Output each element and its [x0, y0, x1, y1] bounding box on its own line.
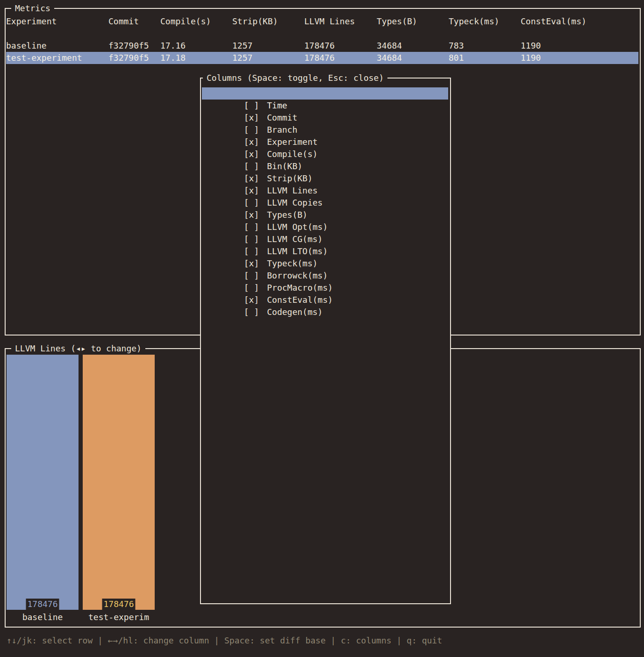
cell-types: 34684 — [377, 52, 449, 64]
chart-panel-title: LLVM Lines (◂▸ to change) — [11, 342, 145, 355]
columns-popup: Columns (Space: toggle, Esc: close) [ ]T… — [200, 78, 451, 604]
checkbox-icon: [x] — [244, 258, 259, 268]
column-header-strip: Strip(KB) — [232, 15, 304, 28]
cell-compile: 17.18 — [160, 52, 232, 64]
status-bar-keybindings: ↑↓/jk: select row | ←→/hl: change column… — [7, 635, 442, 647]
column-header-consteval: ConstEval(ms) — [521, 15, 638, 28]
checkbox-icon: [x] — [244, 137, 259, 147]
checkbox-icon: [ ] — [244, 125, 259, 135]
checkbox-icon: [ ] — [244, 222, 259, 232]
checkbox-icon: [ ] — [244, 161, 259, 171]
cell-consteval: 1190 — [521, 52, 638, 64]
column-header-compile: Compile(s) — [160, 15, 232, 28]
checkbox-icon: [ ] — [244, 271, 259, 280]
checkbox-icon: [x] — [244, 295, 259, 305]
cell-commit: f32790f5 — [108, 40, 160, 52]
cell-experiment: baseline — [6, 40, 108, 52]
columns-popup-title: Columns (Space: toggle, Esc: close) — [203, 71, 387, 85]
cell-types: 34684 — [377, 40, 449, 52]
cell-llvm-lines: 178476 — [304, 52, 377, 64]
checkbox-icon: [x] — [244, 186, 259, 195]
metrics-panel-title: Metrics — [11, 2, 54, 15]
cell-llvm-lines: 178476 — [304, 40, 377, 52]
checkbox-icon: [ ] — [244, 100, 259, 110]
cell-compile: 17.16 — [160, 40, 232, 52]
checkbox-icon: [x] — [244, 173, 259, 183]
bar-category-test-experiment: test-experim — [83, 611, 155, 623]
column-header-commit: Commit — [108, 15, 160, 28]
checkbox-icon: [ ] — [244, 283, 259, 293]
cell-typeck: 783 — [449, 40, 521, 52]
checkbox-icon: [ ] — [244, 198, 259, 207]
checkbox-icon: [x] — [244, 149, 259, 159]
cell-experiment: test-experiment — [6, 52, 108, 64]
column-header-llvm-lines: LLVM Lines — [304, 15, 377, 28]
checkbox-icon: [ ] — [244, 307, 259, 317]
column-option-time[interactable]: [ ]Time — [202, 87, 448, 100]
metrics-table-header: Experiment Commit Compile(s) Strip(KB) L… — [6, 15, 638, 28]
terminal-screen: Metrics Experiment Commit Compile(s) Str… — [0, 0, 644, 657]
columns-popup-list: [ ]Time [x]Commit [ ]Branch [x]Experimen… — [202, 87, 448, 306]
column-header-types: Types(B) — [377, 15, 449, 28]
bar-value-baseline: 178476 — [26, 599, 59, 610]
checkbox-icon: [x] — [244, 210, 259, 220]
table-row-test-experiment-selected[interactable]: test-experiment f32790f5 17.18 1257 1784… — [6, 52, 638, 64]
cell-typeck: 801 — [449, 52, 521, 64]
bar-baseline: 178476 — [7, 355, 79, 610]
bar-value-test-experiment: 178476 — [102, 599, 135, 610]
cell-strip: 1257 — [232, 40, 304, 52]
column-header-typeck: Typeck(ms) — [449, 15, 521, 28]
table-row-baseline[interactable]: baseline f32790f5 17.16 1257 178476 3468… — [6, 40, 638, 52]
cell-commit: f32790f5 — [108, 52, 160, 64]
cell-strip: 1257 — [232, 52, 304, 64]
cell-consteval: 1190 — [521, 40, 638, 52]
bar-category-baseline: baseline — [7, 611, 79, 623]
column-header-experiment: Experiment — [6, 15, 108, 28]
checkbox-icon: [x] — [244, 113, 259, 122]
checkbox-icon: [ ] — [244, 234, 259, 244]
bar-test-experiment: 178476 — [83, 355, 155, 610]
checkbox-icon: [ ] — [244, 246, 259, 256]
